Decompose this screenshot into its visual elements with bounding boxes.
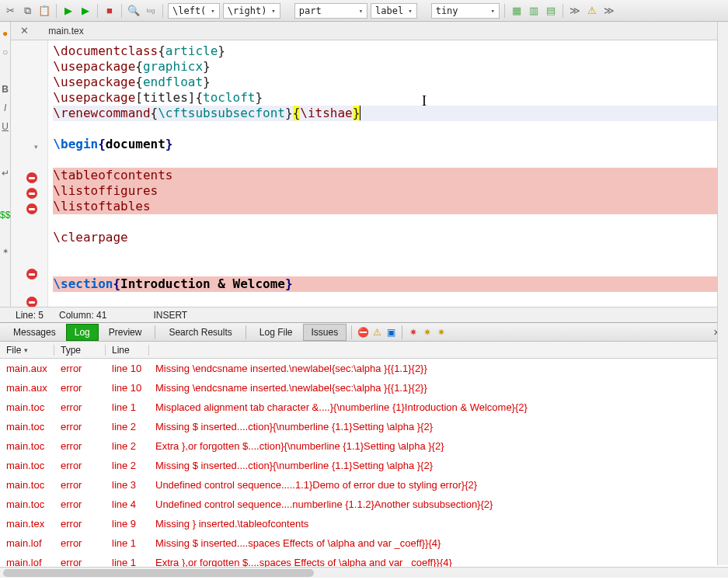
table-row[interactable]: main.tocerrorline 3Undefined control seq… xyxy=(0,475,728,495)
tok-arg: tocloft xyxy=(203,90,255,105)
overflow-icon[interactable]: ≫ xyxy=(568,4,582,18)
cell-file: main.aux xyxy=(0,363,54,374)
table-row[interactable]: main.tocerrorline 2Missing $ inserted...… xyxy=(0,456,728,475)
table-icon[interactable]: ▦ xyxy=(510,4,524,18)
tok-brace: { xyxy=(195,90,203,105)
combo-right[interactable]: \right) ▾ xyxy=(223,3,280,19)
cell-msg: Missing $ inserted....ction}{\numberline… xyxy=(149,460,728,471)
show-error-icon[interactable]: ✷ xyxy=(407,326,420,339)
cell-line: line 3 xyxy=(106,479,149,491)
tok-opt: [titles] xyxy=(135,90,195,105)
table-row[interactable]: main.texerrorline 9Missing } inserted.\t… xyxy=(0,514,728,533)
tok-brace: } xyxy=(255,90,263,105)
chevron-down-icon: ▾ xyxy=(359,7,363,15)
table-row[interactable]: main.tocerrorline 4Undefined control seq… xyxy=(0,495,728,514)
table-row[interactable]: main.tocerrorline 2Extra },or forgotten … xyxy=(0,436,728,456)
tab-log[interactable]: Log xyxy=(66,324,99,341)
cell-type: error xyxy=(54,440,106,452)
header-line[interactable]: Line xyxy=(106,345,149,356)
cell-line: line 10 xyxy=(106,382,149,394)
code-editor[interactable]: \documentclass{article} \usepackage{grap… xyxy=(48,40,728,307)
table-row[interactable]: main.loferrorline 1Extra },or forgotten … xyxy=(0,553,728,567)
table-row[interactable]: main.tocerrorline 1Misplaced alignment t… xyxy=(0,398,728,417)
error-marker-icon[interactable] xyxy=(26,203,37,214)
cell-file: main.toc xyxy=(0,498,54,510)
show-badbox-icon[interactable]: ✷ xyxy=(435,326,448,339)
copy-icon[interactable]: ⧉ xyxy=(20,4,34,18)
cell-line: line 10 xyxy=(106,363,149,374)
workspace: ● ○ B I U ↵ $$ ✶ ✕ main.tex ▾ ▾ \do xyxy=(0,22,728,307)
row-icon[interactable]: ▤ xyxy=(544,4,558,18)
filter-warning-icon[interactable]: ⚠ xyxy=(371,326,383,339)
run-icon[interactable]: ▶ xyxy=(61,4,75,18)
paste-icon[interactable]: 📋 xyxy=(37,4,51,18)
tok-brace: { xyxy=(135,59,143,74)
bold-button[interactable]: B xyxy=(2,84,9,95)
table-row[interactable]: main.auxerrorline 10Missing \endcsname i… xyxy=(0,359,728,378)
cell-line: line 2 xyxy=(106,421,149,432)
editor-tabbar: ✕ main.tex xyxy=(11,22,728,40)
cell-msg: Undefined control sequence....numberline… xyxy=(149,498,728,510)
table-row[interactable]: main.loferrorline 1Missing $ inserted...… xyxy=(0,533,728,553)
table-row[interactable]: main.auxerrorline 10Missing \endcsname i… xyxy=(0,378,728,398)
new-line-icon[interactable]: ↵ xyxy=(2,168,9,179)
tab-issues[interactable]: Issues xyxy=(303,324,347,341)
filter-badbox-icon[interactable]: ▣ xyxy=(385,326,397,339)
tok-cmd: \renewcommand xyxy=(53,106,150,120)
tok-arg: graphicx xyxy=(143,59,203,74)
tab-title[interactable]: main.tex xyxy=(37,26,94,36)
combo-part[interactable]: part ▾ xyxy=(294,3,367,19)
tab-log-file[interactable]: Log File xyxy=(251,324,301,341)
status-bar: Line: 5 Column: 41 INSERT xyxy=(0,307,728,322)
cell-line: line 1 xyxy=(106,537,149,549)
fold-icon[interactable]: ▾ xyxy=(34,143,38,151)
error-marker-icon[interactable] xyxy=(26,297,37,307)
stop-icon[interactable]: ■ xyxy=(103,4,117,18)
marker-icon[interactable]: ○ xyxy=(2,47,8,57)
more-overflow-icon[interactable]: ≫ xyxy=(602,4,616,18)
cut-icon[interactable]: ✂ xyxy=(3,4,17,18)
chevron-down-icon: ▾ xyxy=(491,7,495,15)
cell-file: main.toc xyxy=(0,440,54,452)
combo-tiny[interactable]: tiny ▾ xyxy=(431,3,500,19)
dollar-icon[interactable]: $$ xyxy=(0,210,10,221)
axes-icon[interactable]: ✶ xyxy=(2,247,9,255)
filter-error-icon[interactable]: ⛔ xyxy=(357,326,369,339)
combo-label[interactable]: label ▾ xyxy=(371,3,417,19)
table-row[interactable]: main.tocerrorline 2Missing $ inserted...… xyxy=(0,417,728,436)
header-file[interactable]: File ▾ xyxy=(0,345,54,356)
cell-type: error xyxy=(54,479,106,491)
error-marker-icon[interactable] xyxy=(26,269,37,280)
issues-rows: main.auxerrorline 10Missing \endcsname i… xyxy=(0,359,728,567)
cell-type: error xyxy=(54,460,106,471)
header-type[interactable]: Type xyxy=(54,345,106,356)
show-warning-icon[interactable]: ✷ xyxy=(421,326,434,339)
tab-messages[interactable]: Messages xyxy=(5,324,64,341)
tok-brace: } xyxy=(353,106,361,120)
scrollbar-thumb[interactable] xyxy=(3,569,314,577)
view-icon[interactable]: 🔍 xyxy=(127,4,141,18)
run-step-icon[interactable]: ▶ xyxy=(78,4,92,18)
cell-msg: Missing \endcsname inserted.\newlabel{se… xyxy=(149,363,728,374)
tab-search-results[interactable]: Search Results xyxy=(160,324,240,341)
error-marker-icon[interactable] xyxy=(26,172,37,183)
sort-icon: ▾ xyxy=(24,346,28,354)
tok-brace: } xyxy=(218,43,225,58)
italic-button[interactable]: I xyxy=(4,102,6,113)
view-log-icon[interactable]: log xyxy=(144,4,158,18)
column-icon[interactable]: ▥ xyxy=(527,4,541,18)
cell-msg: Extra },or forgotten $....spaces Effects… xyxy=(149,557,728,567)
error-marker-icon[interactable] xyxy=(26,188,37,199)
underline-button[interactable]: U xyxy=(2,121,9,132)
tab-preview[interactable]: Preview xyxy=(100,324,151,341)
toolbar-separator xyxy=(563,4,563,18)
vertical-scrollbar[interactable] xyxy=(717,22,728,565)
warning-icon[interactable]: ⚠ xyxy=(585,4,599,18)
combo-text: label xyxy=(375,5,403,16)
tok-cmd: \usepackage xyxy=(53,75,135,89)
close-tab-button[interactable]: ✕ xyxy=(19,26,30,36)
combo-left[interactable]: \left( ▾ xyxy=(168,3,220,19)
horizontal-scrollbar[interactable] xyxy=(0,567,728,578)
text-cursor xyxy=(360,106,361,120)
marker-icon[interactable]: ● xyxy=(2,28,8,39)
